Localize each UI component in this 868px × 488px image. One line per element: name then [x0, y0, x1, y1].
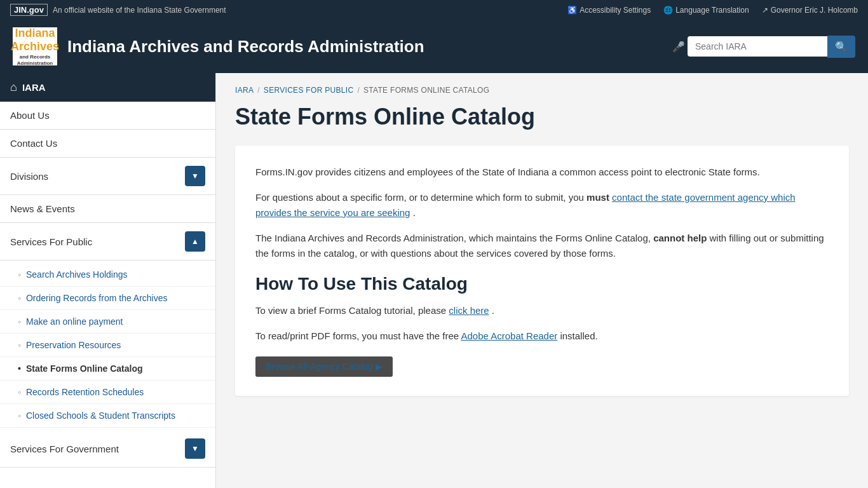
cannot-help-paragraph: The Indiana Archives and Records Adminis…	[255, 231, 829, 261]
agency-logo: IndianaArchives and Records Administrati…	[13, 27, 57, 65]
sidebar-item-news[interactable]: News & Events	[0, 195, 215, 223]
sidebar: ⌂ IARA About Us Contact Us Divisions New…	[0, 73, 216, 488]
accessibility-link[interactable]: ♿ Accessibility Settings	[567, 6, 651, 15]
language-link[interactable]: 🌐 Language Translation	[663, 6, 749, 15]
main-content: IARA / SERVICES FOR PUBLIC / STATE FORMS…	[216, 73, 868, 488]
pdf-paragraph: To read/print PDF forms, you must have t…	[255, 329, 829, 344]
intro-paragraph: Forms.IN.gov provides citizens and emplo…	[255, 165, 829, 180]
governor-link[interactable]: ↗ Governor Eric J. Holcomb	[762, 6, 858, 15]
sub-item-search-archives[interactable]: Search Archives Holdings	[0, 263, 215, 287]
sidebar-item-services-public[interactable]: Services For Public	[0, 223, 215, 261]
search-input[interactable]	[688, 36, 827, 57]
sidebar-item-divisions[interactable]: Divisions	[0, 158, 215, 195]
how-to-use-heading: How To Use This Catalog	[255, 274, 829, 294]
home-icon: ⌂	[10, 81, 17, 94]
page-layout: ⌂ IARA About Us Contact Us Divisions New…	[0, 73, 868, 488]
sidebar-home-label: IARA	[22, 82, 46, 93]
external-link-icon: ↗	[762, 6, 768, 15]
divisions-toggle[interactable]	[185, 166, 205, 186]
site-title: Indiana Archives and Records Administrat…	[67, 37, 424, 57]
sub-item-online-payment[interactable]: Make an online payment	[0, 310, 215, 334]
breadcrumb-services-public[interactable]: SERVICES FOR PUBLIC	[264, 86, 354, 95]
sub-item-closed-schools[interactable]: Closed Schools & Student Transcripts	[0, 404, 215, 428]
breadcrumb: IARA / SERVICES FOR PUBLIC / STATE FORMS…	[235, 86, 849, 95]
top-bar-left: JIN.gov An official website of the India…	[10, 4, 226, 16]
site-header: IndianaArchives and Records Administrati…	[0, 20, 868, 73]
top-bar-right: ♿ Accessibility Settings 🌐 Language Tran…	[567, 6, 858, 15]
jin-logo: JIN.gov	[10, 4, 48, 16]
breadcrumb-iara[interactable]: IARA	[235, 86, 254, 95]
sub-item-state-forms[interactable]: State Forms Online Catalog	[0, 357, 215, 381]
search-button[interactable]: 🔍	[827, 36, 855, 58]
sidebar-item-services-gov[interactable]: Services For Government	[0, 430, 215, 468]
accessibility-icon: ♿	[567, 6, 577, 15]
services-public-toggle[interactable]	[185, 231, 205, 252]
browse-catalog-button[interactable]: Browse All-Agency Catalog ▶	[255, 356, 393, 377]
page-title: State Forms Online Catalog	[235, 104, 849, 130]
adobe-acrobat-link[interactable]: Adobe Acrobat Reader	[461, 330, 557, 341]
search-box: 🎤 🔍	[672, 36, 855, 58]
sidebar-home[interactable]: ⌂ IARA	[0, 73, 215, 102]
click-here-link[interactable]: click here	[449, 305, 489, 316]
breadcrumb-sep-1: /	[257, 86, 260, 95]
header-left: IndianaArchives and Records Administrati…	[13, 27, 424, 65]
sub-item-ordering-records[interactable]: Ordering Records from the Archives	[0, 287, 215, 310]
services-gov-toggle[interactable]	[185, 438, 205, 459]
sub-item-records-retention[interactable]: Records Retention Schedules	[0, 381, 215, 404]
microphone-icon: 🎤	[672, 41, 685, 53]
sidebar-item-contact[interactable]: Contact Us	[0, 130, 215, 158]
content-card: Forms.IN.gov provides citizens and emplo…	[235, 146, 849, 396]
tutorial-paragraph: To view a brief Forms Catalog tutorial, …	[255, 303, 829, 318]
breadcrumb-sep-2: /	[357, 86, 360, 95]
sub-item-preservation[interactable]: Preservation Resources	[0, 334, 215, 357]
services-public-subnav: Search Archives Holdings Ordering Record…	[0, 261, 215, 430]
sidebar-item-about[interactable]: About Us	[0, 102, 215, 130]
breadcrumb-current: STATE FORMS ONLINE CATALOG	[363, 86, 489, 95]
contact-paragraph: For questions about a specific form, or …	[255, 190, 829, 220]
top-bar: JIN.gov An official website of the India…	[0, 0, 868, 20]
official-text: An official website of the Indiana State…	[53, 6, 226, 15]
globe-icon: 🌐	[663, 6, 673, 15]
